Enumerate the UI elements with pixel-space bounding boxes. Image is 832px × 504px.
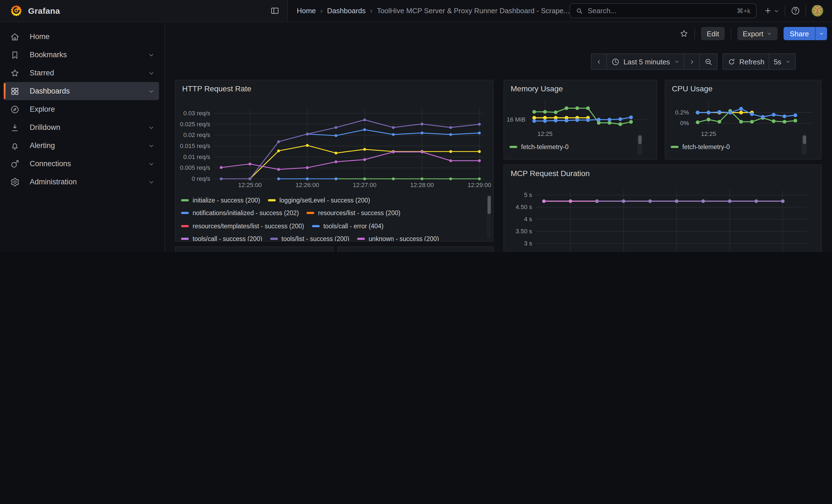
legend-item[interactable]: fetch-telemetry-0 bbox=[671, 143, 730, 150]
legend-item[interactable]: tools/list - success (200) bbox=[270, 236, 349, 241]
sidebar-item-home[interactable]: Home bbox=[3, 27, 159, 46]
time-shift-back-button[interactable] bbox=[592, 54, 606, 69]
legend-scrollbar-thumb[interactable] bbox=[487, 196, 491, 214]
legend-item[interactable]: unknown - success (200) bbox=[357, 236, 439, 241]
user-avatar[interactable] bbox=[812, 5, 823, 17]
chevron-down-icon[interactable] bbox=[148, 160, 155, 167]
export-button[interactable]: Export bbox=[737, 27, 778, 40]
panel-title[interactable]: Total Request Rate bbox=[182, 251, 248, 252]
panel-total-request-rate: Total Request Rate 0.0875 bbox=[175, 246, 334, 252]
divider bbox=[695, 28, 695, 39]
breadcrumb-current: ToolHive MCP Server & Proxy Runner Dashb… bbox=[377, 7, 570, 15]
chevron-down-icon[interactable] bbox=[148, 179, 155, 185]
top-bar: Grafana Home › Dashboards › ToolHive MCP… bbox=[0, 0, 832, 22]
chevron-down-icon[interactable] bbox=[148, 142, 155, 149]
connections-icon bbox=[10, 159, 20, 169]
legend-scrollbar-thumb[interactable] bbox=[638, 135, 641, 144]
divider bbox=[785, 5, 785, 16]
chevron-down-icon[interactable] bbox=[148, 51, 155, 58]
panel-title[interactable]: MCP Request Duration bbox=[511, 169, 590, 178]
legend-swatch bbox=[181, 238, 189, 240]
legend-swatch bbox=[671, 146, 678, 148]
sidebar-item-starred[interactable]: Starred bbox=[3, 64, 159, 82]
dock-sidebar-icon[interactable] bbox=[270, 6, 280, 16]
sidebar-nav: HomeBookmarksStarredDashboardsExploreDri… bbox=[0, 23, 165, 252]
sidebar-item-dashboards[interactable]: Dashboards bbox=[3, 82, 159, 100]
panel-title[interactable]: HTTP Request Rate bbox=[182, 84, 252, 93]
svg-text:0 req/s: 0 req/s bbox=[192, 175, 210, 182]
svg-text:12:25:00: 12:25:00 bbox=[238, 182, 262, 188]
svg-text:4.50 s: 4.50 s bbox=[516, 204, 532, 210]
legend-swatch bbox=[510, 146, 517, 148]
panel-http-request-rate: HTTP Request Rate 0 req/s0.005 req/s0.01… bbox=[175, 80, 494, 242]
sidebar-item-label: Starred bbox=[30, 69, 148, 77]
legend-scrollbar-thumb[interactable] bbox=[803, 135, 806, 144]
grafana-logo-icon[interactable] bbox=[10, 4, 23, 17]
drilldown-icon bbox=[10, 123, 20, 132]
sidebar-item-label: Drilldown bbox=[30, 123, 148, 132]
panel-cpu-usage: CPU Usage 0.2%0%12:25 fetch-telemetry-0 bbox=[665, 80, 822, 160]
edit-button[interactable]: Edit bbox=[701, 27, 725, 40]
sidebar-item-label: Alerting bbox=[30, 141, 148, 150]
chevron-down-icon[interactable] bbox=[148, 124, 155, 131]
panel-title[interactable]: CPU Usage bbox=[672, 84, 712, 93]
breadcrumb-home[interactable]: Home bbox=[297, 7, 316, 15]
svg-text:12:26:00: 12:26:00 bbox=[295, 182, 319, 188]
panel-title[interactable]: Memory Usage bbox=[511, 84, 563, 93]
legend-item[interactable]: logging/setLevel - success (200) bbox=[268, 197, 370, 204]
sidebar-item-explore[interactable]: Explore bbox=[3, 100, 159, 118]
legend-item[interactable]: resources/templates/list - success (200) bbox=[181, 223, 304, 230]
svg-text:0.03 req/s: 0.03 req/s bbox=[183, 110, 210, 117]
legend-item[interactable]: notifications/initialized - success (202… bbox=[181, 210, 299, 216]
legend-swatch bbox=[270, 238, 278, 240]
panel-error-rate: Error Rate 0% bbox=[337, 246, 494, 252]
sidebar-item-connections[interactable]: Connections bbox=[3, 155, 159, 173]
share-button[interactable]: Share bbox=[784, 27, 815, 40]
share-menu-button[interactable] bbox=[815, 27, 827, 40]
top-bar-actions bbox=[764, 5, 823, 17]
gear-icon bbox=[10, 177, 20, 187]
svg-text:5 s: 5 s bbox=[524, 191, 532, 198]
refresh-interval-dropdown[interactable]: 5s bbox=[769, 54, 795, 69]
star-dashboard-button[interactable] bbox=[680, 29, 688, 38]
sidebar-item-bookmarks[interactable]: Bookmarks bbox=[3, 46, 159, 64]
bell-icon bbox=[10, 140, 20, 151]
sidebar-item-administration[interactable]: Administration bbox=[3, 173, 159, 191]
chevron-down-icon bbox=[767, 31, 772, 36]
panel-mcp-request-duration: MCP Request Duration 5 s4.50 s4 s3.50 s3… bbox=[503, 164, 822, 252]
legend-item[interactable]: resources/list - success (200) bbox=[307, 210, 400, 216]
help-button[interactable] bbox=[791, 6, 800, 16]
time-shift-forward-button[interactable] bbox=[684, 54, 699, 69]
sidebar-item-label: Home bbox=[30, 32, 159, 41]
chevron-down-icon bbox=[774, 8, 779, 14]
refresh-label: Refresh bbox=[739, 57, 764, 66]
sidebar-item-alerting[interactable]: Alerting bbox=[3, 136, 159, 155]
legend-swatch bbox=[181, 225, 189, 227]
chevron-down-icon[interactable] bbox=[148, 70, 155, 76]
time-range-picker[interactable]: Last 5 minutes bbox=[606, 54, 684, 69]
panel-title[interactable]: Error Rate bbox=[344, 251, 380, 252]
svg-text:3.50 s: 3.50 s bbox=[516, 228, 532, 235]
svg-text:12:28:00: 12:28:00 bbox=[410, 182, 434, 188]
refresh-button[interactable]: Refresh bbox=[723, 54, 769, 69]
legend-item[interactable]: initialize - success (200) bbox=[181, 197, 260, 204]
chevron-down-icon[interactable] bbox=[148, 88, 155, 95]
svg-text:12:25: 12:25 bbox=[701, 130, 716, 137]
legend-item[interactable]: fetch-telemetry-0 bbox=[510, 143, 569, 150]
sidebar-item-drilldown[interactable]: Drilldown bbox=[3, 118, 159, 136]
search-icon bbox=[576, 7, 583, 15]
svg-text:0.015 req/s: 0.015 req/s bbox=[180, 142, 210, 150]
search-input[interactable]: Search... ⌘+k bbox=[570, 3, 757, 18]
breadcrumb-dashboards[interactable]: Dashboards bbox=[327, 7, 366, 15]
svg-text:3 s: 3 s bbox=[524, 240, 532, 247]
chevron-down-icon bbox=[674, 59, 679, 64]
legend-item[interactable]: tools/call - success (200) bbox=[181, 236, 262, 241]
add-new-button[interactable] bbox=[764, 7, 779, 15]
svg-text:0%: 0% bbox=[680, 120, 689, 127]
legend-item[interactable]: tools/call - error (404) bbox=[312, 223, 384, 230]
svg-text:0.01 req/s: 0.01 req/s bbox=[183, 154, 210, 160]
legend-swatch bbox=[268, 199, 276, 202]
sidebar-item-label: Bookmarks bbox=[30, 51, 148, 59]
time-range-label: Last 5 minutes bbox=[623, 57, 670, 66]
zoom-out-time-button[interactable] bbox=[699, 54, 717, 69]
